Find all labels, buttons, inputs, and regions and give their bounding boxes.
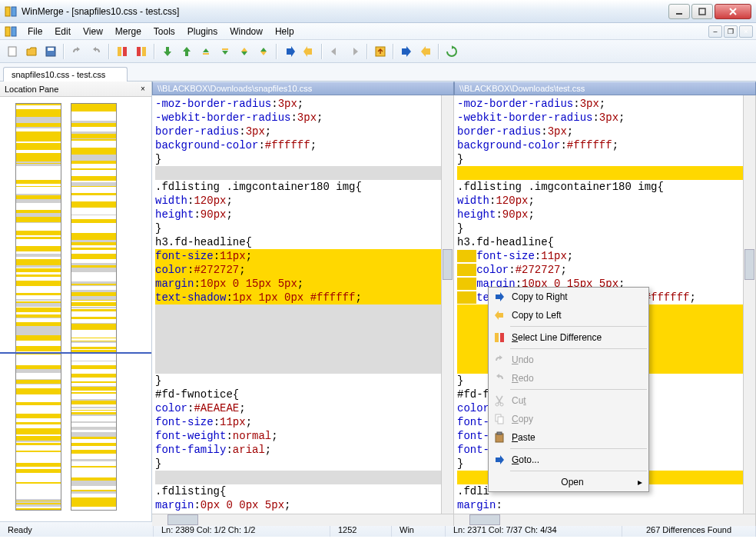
menu-tools[interactable]: Tools (148, 25, 181, 38)
app-icon (5, 5, 17, 18)
svg-rect-1 (12, 7, 16, 16)
svg-rect-5 (12, 27, 16, 36)
undo-button[interactable] (68, 43, 85, 60)
svg-point-19 (500, 403, 503, 406)
menu-merge[interactable]: Merge (109, 25, 148, 38)
title-bar: WinMerge - [snapfiles10.css - test.css] (0, 0, 756, 23)
close-button[interactable] (715, 4, 751, 19)
svg-rect-12 (142, 47, 146, 56)
menu-view[interactable]: View (77, 25, 109, 38)
svg-rect-6 (8, 47, 16, 56)
location-indicator (0, 352, 151, 354)
ctx-select-line[interactable]: Select Line Difference (489, 328, 648, 347)
menu-help[interactable]: Help (269, 25, 300, 38)
redo-icon (492, 371, 507, 386)
copy-right-icon (492, 289, 507, 304)
goto-icon (492, 452, 507, 467)
ctx-copy-right[interactable]: Copy to Right (489, 288, 648, 306)
svg-rect-13 (203, 53, 209, 55)
left-hscrollbar[interactable] (152, 514, 453, 526)
copy-left-button[interactable] (300, 43, 317, 60)
location-pane: Location Pane × (0, 82, 152, 521)
ctx-open[interactable]: Open ▸ (489, 473, 648, 491)
document-tab[interactable]: snapfiles10.css - test.css (3, 67, 128, 82)
first-diff-button[interactable] (197, 43, 214, 60)
menu-window[interactable]: Window (224, 25, 269, 38)
svg-rect-9 (118, 47, 121, 56)
ctx-cut: Cut (489, 391, 648, 410)
window-controls (667, 4, 751, 19)
svg-rect-4 (5, 27, 10, 36)
nav-button-2[interactable] (255, 43, 272, 60)
refresh-button[interactable] (372, 43, 389, 60)
location-strips[interactable] (0, 97, 151, 521)
copy-right-button[interactable] (281, 43, 298, 60)
svg-rect-22 (496, 434, 503, 442)
all-right-button[interactable] (398, 43, 415, 60)
redo-button[interactable] (88, 43, 104, 60)
svg-rect-10 (123, 47, 127, 56)
all-left-button[interactable] (417, 43, 434, 60)
mdi-icon (5, 25, 17, 38)
column-headers: \\BLACKBOX\Downloads\snapfiles10.css \\B… (152, 82, 756, 95)
ctx-redo: Redo (489, 369, 648, 388)
menu-edit[interactable]: Edit (48, 25, 77, 38)
menu-plugins[interactable]: Plugins (181, 25, 224, 38)
select-line-icon (492, 330, 507, 345)
subnav-2-button[interactable] (346, 43, 363, 60)
tab-strip: snapfiles10.css - test.css (0, 63, 756, 82)
svg-point-18 (496, 403, 499, 406)
right-hscrollbar[interactable] (454, 514, 755, 526)
left-pane[interactable]: -moz-border-radius:3px; -webkit-border-r… (152, 95, 454, 526)
svg-rect-21 (498, 417, 503, 424)
ctx-paste[interactable]: Paste (489, 428, 648, 447)
ctx-undo: Undo (489, 351, 648, 369)
svg-rect-11 (137, 47, 141, 56)
svg-rect-0 (5, 7, 10, 16)
svg-rect-8 (48, 48, 54, 51)
mdi-close-button[interactable]: × (739, 25, 753, 38)
location-pane-title: Location Pane (5, 85, 58, 94)
svg-rect-2 (676, 13, 682, 15)
diff-button-1[interactable] (114, 43, 131, 60)
location-strip-left[interactable] (15, 103, 61, 511)
nav-button-1[interactable] (236, 43, 253, 60)
menu-bar: File Edit View Merge Tools Plugins Windo… (0, 23, 756, 40)
right-vscrollbar[interactable] (743, 95, 755, 514)
mdi-minimize-button[interactable]: – (708, 25, 722, 38)
svg-rect-23 (497, 432, 502, 434)
maximize-button[interactable] (691, 4, 713, 19)
diff-panes: -moz-border-radius:3px; -webkit-border-r… (152, 95, 756, 526)
toolbar (0, 40, 756, 63)
subnav-1-button[interactable] (327, 43, 343, 60)
new-button[interactable] (4, 43, 21, 60)
right-file-header: \\BLACKBOX\Downloads\test.css (454, 82, 756, 95)
menu-file[interactable]: File (22, 25, 48, 38)
status-ready: Ready (0, 522, 154, 537)
minimize-button[interactable] (668, 4, 690, 19)
location-pane-header: Location Pane × (0, 82, 151, 97)
undo-icon (492, 352, 507, 368)
save-button[interactable] (42, 43, 59, 60)
rescan-button[interactable] (443, 43, 460, 60)
mdi-restore-button[interactable]: ❐ (724, 25, 738, 38)
copy-icon (492, 411, 507, 427)
diff-button-2[interactable] (133, 43, 150, 60)
next-diff-button[interactable] (159, 43, 176, 60)
open-button[interactable] (23, 43, 40, 60)
svg-rect-17 (500, 333, 504, 342)
compare-area: \\BLACKBOX\Downloads\snapfiles10.css \\B… (152, 82, 756, 521)
location-strip-right[interactable] (71, 103, 117, 511)
ctx-copy: Copy (489, 410, 648, 428)
svg-rect-3 (699, 8, 705, 15)
left-file-header: \\BLACKBOX\Downloads\snapfiles10.css (152, 82, 454, 95)
submenu-arrow-icon: ▸ (638, 477, 642, 487)
ctx-goto[interactable]: Goto... (489, 451, 648, 469)
copy-left-icon (492, 308, 507, 323)
prev-diff-button[interactable] (178, 43, 195, 60)
last-diff-button[interactable] (217, 43, 234, 60)
ctx-copy-left[interactable]: Copy to Left (489, 306, 648, 324)
location-pane-close-button[interactable]: × (138, 83, 148, 94)
paste-icon (492, 430, 507, 445)
left-vscrollbar[interactable] (441, 95, 453, 514)
